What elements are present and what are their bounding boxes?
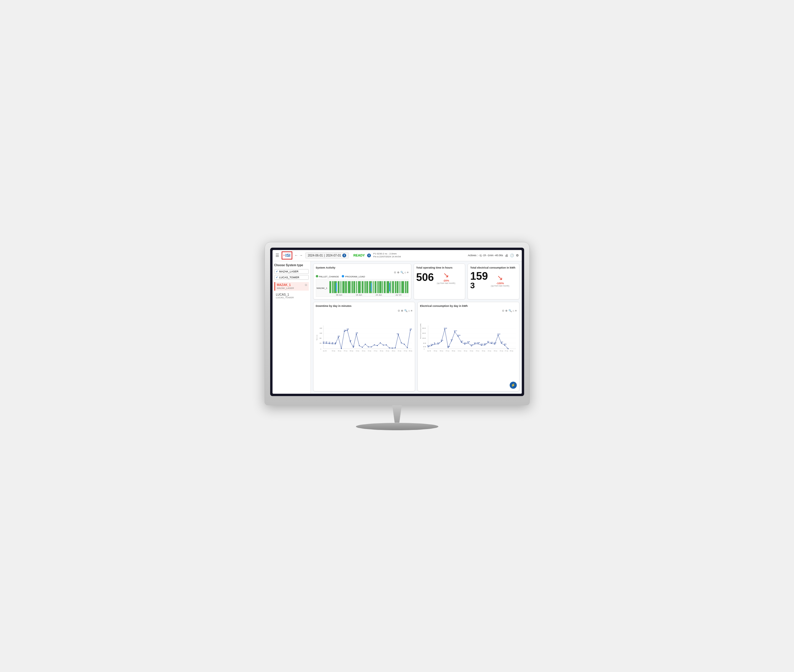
svg-text:46: 46 [434, 342, 435, 344]
ec-menu-icon[interactable]: ≡ [515, 309, 517, 312]
ec-search-icon[interactable]: 🔍 [508, 309, 512, 312]
svg-rect-21 [383, 281, 385, 293]
svg-text:Jun '24: Jun '24 [322, 350, 326, 351]
svg-text:19 Jun: 19 Jun [482, 350, 485, 351]
trend-arrow-down-el: ↘ [497, 274, 503, 282]
screen: ☰ · ISI ← → 2024-06-01 | 2024-07-01 ℹ [273, 250, 522, 394]
svg-text:25 Jun: 25 Jun [500, 350, 503, 351]
svg-text:166.77: 166.77 [454, 330, 457, 331]
machine-item-lucas1[interactable]: LUCAS_1 LUCAS_TOWER [274, 292, 309, 300]
svg-point-131 [451, 341, 452, 341]
svg-text:40.00: 40.00 [423, 346, 426, 347]
hamburger-icon[interactable]: ☰ [276, 253, 279, 258]
electrical-title: Total electrical consumption in kWh [470, 266, 517, 269]
dt-zoom-icon[interactable]: ⊕ [401, 309, 403, 312]
home-icon[interactable]: ⌂ [404, 271, 406, 274]
trend-arrow-down-op: ↘ [443, 271, 449, 279]
status-info-icon[interactable]: ℹ [367, 254, 371, 258]
svg-point-80 [410, 330, 411, 331]
svg-rect-22 [387, 281, 389, 293]
svg-rect-12 [361, 281, 363, 293]
ec-home-icon[interactable]: ⌂ [513, 309, 514, 312]
ec-circle-icon[interactable]: ⊙ [502, 309, 504, 312]
svg-text:449: 449 [322, 342, 324, 343]
check-icon-mazak: ✓ [276, 270, 278, 273]
search-icon[interactable]: 🔍 [400, 271, 404, 274]
svg-text:27 Jun: 27 Jun [404, 350, 407, 351]
svg-text:10.88: 10.88 [447, 346, 450, 347]
dt-circle-icon[interactable]: ⊙ [398, 309, 400, 312]
copy-icon-mazak[interactable]: ⧉ [305, 283, 307, 287]
svg-point-129 [444, 329, 445, 330]
svg-text:77.4: 77.4 [451, 339, 452, 341]
svg-point-130 [448, 347, 448, 348]
svg-text:1430: 1430 [409, 329, 412, 330]
main-layout: Choose System type ✓ MAZAK_LASER ✓ LUCAS… [273, 261, 522, 394]
activity-legend: PALLET_CHANGE PROGRAM_LOAD [316, 275, 409, 278]
svg-rect-37 [389, 283, 390, 291]
clock-icon[interactable]: 🕐 [510, 254, 514, 258]
dt-search-icon[interactable]: 🔍 [404, 309, 407, 312]
ec-zoom-icon[interactable]: ⊕ [505, 309, 508, 312]
date-info-icon[interactable]: ℹ [342, 254, 346, 258]
svg-text:375: 375 [329, 342, 330, 343]
machine-item-mazak1[interactable]: MAZAK_1 ⧉ MAZAK_LASER [274, 282, 309, 291]
svg-text:300: 300 [332, 342, 333, 343]
date-range[interactable]: 2024-06-01 | 2024-07-01 ℹ [305, 252, 349, 259]
content-area: System Activity ⊙ ⊕ 🔍 ⌂ ≡ PALLET_CHANGE [311, 261, 522, 394]
monitor-stand-neck [385, 405, 409, 423]
filter-mazak-laser[interactable]: ✓ MAZAK_LASER [274, 269, 309, 274]
svg-text:120.00: 120.00 [422, 338, 426, 339]
gantt-x-label-3: 24 Jun [375, 294, 382, 296]
menu-icon[interactable]: ≡ [407, 271, 408, 274]
date-from: 2024-06-01 [308, 254, 323, 257]
settings-icon[interactable]: ⚙ [516, 254, 519, 258]
system-activity-title: System Activity [316, 266, 409, 269]
svg-text:Electrical Consumption (kWh): Electrical Consumption (kWh) [420, 323, 421, 339]
svg-point-57 [341, 348, 342, 349]
filter-lucas-tower[interactable]: ✓ LUCAS_TOWER [274, 275, 309, 280]
svg-rect-20 [382, 281, 383, 293]
operating-value: 506 [416, 272, 434, 283]
svg-text:54.47: 54.47 [500, 342, 503, 343]
print-icon[interactable]: 🖨 [505, 254, 508, 257]
svg-text:38.28: 38.28 [484, 343, 486, 344]
dt-menu-icon[interactable]: ≡ [411, 309, 412, 312]
svg-text:1148: 1148 [356, 333, 358, 334]
nav-back[interactable]: ← [295, 253, 298, 258]
dt-home-icon[interactable]: ⌂ [408, 309, 410, 312]
svg-point-79 [407, 347, 408, 348]
svg-point-125 [431, 345, 432, 346]
svg-text:15 Jun: 15 Jun [368, 350, 371, 351]
svg-text:27.79: 27.79 [470, 344, 473, 346]
svg-text:45.23: 45.23 [464, 342, 467, 344]
svg-text:0: 0 [507, 347, 507, 348]
svg-text:292: 292 [334, 342, 336, 343]
circle-icon[interactable]: ⊙ [394, 271, 396, 274]
electrical-value1: 159 [470, 271, 488, 282]
machine-name-lucas1: LUCAS_1 [276, 293, 307, 296]
svg-text:20.15: 20.15 [427, 345, 430, 346]
svg-point-54 [332, 343, 333, 344]
fab-button[interactable]: ⚡ [510, 382, 517, 389]
downtime-toolbar: ⊙ ⊕ 🔍 ⌂ ≡ [316, 309, 412, 312]
svg-rect-28 [401, 281, 404, 293]
svg-rect-25 [395, 281, 396, 293]
electrical-line-chart: 200.00 160.00 120.00 80.00 40.00 0 Elect… [420, 314, 517, 367]
svg-text:47.76: 47.76 [474, 342, 476, 343]
svg-text:15 Jun: 15 Jun [470, 350, 473, 351]
downtime-svg: 1600 1200 800 400 0 Time in ms [316, 314, 412, 367]
zoom-icon[interactable]: ⊕ [397, 271, 399, 274]
svg-text:1345: 1345 [344, 330, 346, 331]
svg-point-124 [427, 346, 428, 347]
svg-text:119: 119 [352, 346, 354, 347]
status-detail: P1 0230-2 nc - 2.0mm [373, 252, 401, 255]
operating-time-card: Total operating time in hours 506 ↘ -20%… [414, 264, 465, 299]
svg-text:05 Jun: 05 Jun [338, 350, 341, 351]
nav-forward[interactable]: → [299, 253, 303, 258]
sidebar-title: Choose System type [274, 264, 309, 267]
gantt-x-label-1: 08 Jun [336, 294, 342, 296]
svg-rect-5 [342, 281, 345, 293]
gantt-x-axis: 08 Jun 16 Jun 24 Jun Jul '24 [329, 294, 408, 296]
svg-rect-11 [358, 281, 361, 293]
